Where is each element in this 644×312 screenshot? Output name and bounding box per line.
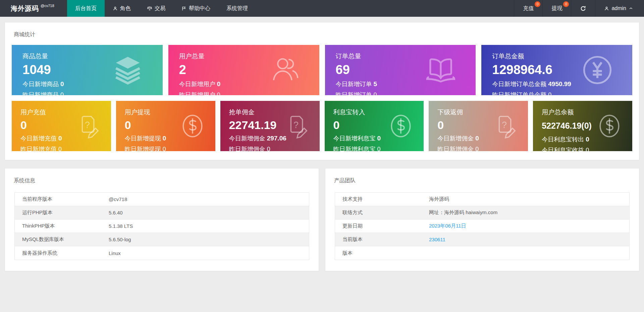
- nav-item-trade[interactable]: 交易: [139, 0, 173, 17]
- row-label: ThinkPHP版本: [15, 223, 109, 229]
- layers-icon: [110, 53, 145, 87]
- svg-text:?: ?: [502, 120, 507, 130]
- order-amount-card: 订单总金额 1298964.6 今日新增订单总金额4950.99 昨日新增订单总…: [481, 45, 632, 95]
- card-yesterday-line: 昨日新增用户0: [179, 91, 319, 95]
- row-label: 运行PHP版本: [15, 209, 109, 216]
- table-row: 技术支持 海外源码: [335, 193, 629, 206]
- row-label: 当前程序版本: [15, 196, 109, 202]
- row-label: 更新日期: [335, 223, 429, 229]
- stat-cards-row2: 用户充值 0 今日新增充值0 昨日新增充值0 ? 用户提现 0 今日新增提现0 …: [12, 101, 632, 151]
- person-icon: [113, 6, 118, 11]
- username: admin: [611, 5, 626, 11]
- system-info-table: 当前程序版本 @cv718 运行PHP版本 5.6.40 ThinkPHP版本 …: [14, 192, 309, 260]
- table-row: 更新日期 2023年06月11日: [335, 220, 629, 233]
- mall-stats-title: 商城统计: [5, 22, 639, 45]
- table-row: 当前程序版本 @cv718: [15, 193, 309, 206]
- row-label: MySQL数据库版本: [15, 236, 109, 243]
- withdraw-badge: 0: [563, 1, 569, 7]
- dollar-circle-icon: [387, 112, 415, 140]
- user-total-card: 用户总量 2 今日新增用户0 昨日新增用户0: [168, 45, 319, 95]
- withdraw-label: 提现: [551, 5, 562, 12]
- brand-name: 海外源码: [11, 4, 39, 13]
- row-value: 5.6.50-log: [109, 237, 309, 242]
- order-total-card: 订单总量 69 今日新增订单5 昨日新增订单0: [325, 45, 476, 95]
- bottom-panels: 系统信息 当前程序版本 @cv718 运行PHP版本 5.6.40 ThinkP…: [5, 168, 639, 285]
- product-team-title: 产品团队: [325, 169, 639, 191]
- book-icon: [423, 53, 458, 87]
- card-yesterday-line: 昨日新增提现0: [125, 145, 215, 151]
- doc-question-pencil-icon: ?: [283, 112, 311, 140]
- navbar-right: 充值 0 提现 0 admin: [514, 0, 644, 17]
- system-info-panel: 系统信息 当前程序版本 @cv718 运行PHP版本 5.6.40 ThinkP…: [5, 168, 319, 271]
- card-yesterday-line: 今日利息宝收益0: [542, 146, 632, 151]
- card-yesterday-line: 昨日新增佣金0: [229, 145, 320, 151]
- scales-icon: [147, 6, 152, 11]
- table-row: 运行PHP版本 5.6.40: [15, 206, 309, 220]
- row-value: Linux: [109, 250, 309, 256]
- recharge-badge: 0: [535, 1, 540, 7]
- nav-item-home[interactable]: 后台首页: [67, 0, 105, 17]
- nav-item-label: 角色: [120, 5, 131, 12]
- update-date-link[interactable]: 2023年06月11日: [429, 223, 629, 229]
- nav-item-system[interactable]: 系统管理: [218, 0, 256, 17]
- row-value: 5.1.38 LTS: [109, 223, 309, 229]
- card-yesterday-line: 昨日新增订单总金额0: [492, 91, 632, 95]
- brand-version: @cv718: [41, 4, 54, 8]
- refresh-icon: [580, 5, 586, 12]
- stat-cards: 商品总量 1049 今日新增商品0 昨日新增商品0 用户总量 2 今日新增用户0…: [5, 45, 639, 160]
- svg-text:?: ?: [85, 120, 90, 130]
- row-label: 联络方式: [335, 209, 429, 216]
- nav-item-label: 帮助中心: [189, 5, 210, 12]
- row-value: 海外源码: [429, 196, 629, 202]
- system-info-title: 系统信息: [5, 169, 319, 191]
- nav-item-role[interactable]: 角色: [105, 0, 139, 17]
- order-commission-card: 抢单佣金 22741.19 今日新增佣金297.06 昨日新增佣金0 ?: [220, 101, 320, 151]
- svg-text:?: ?: [293, 120, 299, 130]
- recharge-button[interactable]: 充值 0: [514, 0, 542, 17]
- row-value: 网址：海外源码 haiwaiym.com: [429, 209, 629, 216]
- product-team-panel: 产品团队 技术支持 海外源码 联络方式 网址：海外源码 haiwaiym.com…: [325, 168, 639, 271]
- mall-stats-panel: 商城统计 商品总量 1049 今日新增商品0 昨日新增商品0 用户总量 2 今日…: [5, 22, 639, 160]
- card-yesterday-line: 昨日新增佣金0: [437, 145, 528, 151]
- table-row: 服务器操作系统 Linux: [15, 246, 309, 260]
- sub-rebate-card: 下级返佣 0 今日新增佣金0 昨日新增佣金0 ?: [429, 101, 528, 151]
- dollar-circle-icon: [595, 112, 624, 140]
- person-icon: [604, 6, 609, 11]
- refresh-button[interactable]: [571, 0, 595, 17]
- interest-in-card: 利息宝转入 0 今日新增利息宝0 昨日新增利息宝0: [325, 101, 424, 151]
- card-yesterday-line: 昨日新增充值0: [20, 145, 111, 151]
- nav-item-label: 后台首页: [75, 5, 97, 12]
- user-withdraw-card: 用户提现 0 今日新增提现0 昨日新增提现0: [116, 101, 215, 151]
- table-row: ThinkPHP版本 5.1.38 LTS: [15, 220, 309, 233]
- user-balance-card: 用户总余额 522746.19(0) 今日利息宝转出0 今日利息宝收益0: [533, 101, 632, 151]
- row-value: 5.6.40: [109, 210, 309, 215]
- card-yesterday-line: 昨日新增利息宝0: [333, 145, 424, 151]
- brand-logo[interactable]: 海外源码 @cv718: [0, 0, 67, 17]
- nav-item-label: 交易: [155, 5, 165, 12]
- nav-item-label: 系统管理: [226, 5, 248, 12]
- current-version-link[interactable]: 230611: [429, 237, 629, 242]
- nav-item-help[interactable]: 帮助中心: [173, 0, 218, 17]
- yen-circle-icon: [580, 53, 615, 87]
- main-menu: 后台首页 角色 交易 帮助中心 系统管理: [67, 0, 256, 17]
- row-value: @cv718: [109, 196, 309, 202]
- row-label: 服务器操作系统: [15, 250, 109, 256]
- row-label: 当前版本: [335, 236, 429, 243]
- card-yesterday-line: 昨日新增商品0: [22, 91, 163, 95]
- withdraw-button[interactable]: 提现 0: [542, 0, 571, 17]
- card-yesterday-line: 昨日新增订单0: [336, 91, 476, 95]
- doc-question-pencil-icon: ?: [491, 112, 519, 140]
- stat-cards-row1: 商品总量 1049 今日新增商品0 昨日新增商品0 用户总量 2 今日新增用户0…: [12, 45, 632, 95]
- recharge-label: 充值: [523, 5, 534, 12]
- top-navbar: 海外源码 @cv718 后台首页 角色 交易 帮助中心 系统管理: [0, 0, 644, 17]
- table-row: 当前版本 230611: [335, 233, 629, 246]
- dollar-circle-icon: [178, 112, 207, 140]
- product-total-card: 商品总量 1049 今日新增商品0 昨日新增商品0: [12, 45, 163, 95]
- product-team-table: 技术支持 海外源码 联络方式 网址：海外源码 haiwaiym.com 更新日期…: [335, 192, 630, 260]
- row-label: 版本: [335, 250, 429, 256]
- table-row: 版本: [335, 246, 629, 260]
- main-content: 商城统计 商品总量 1049 今日新增商品0 昨日新增商品0 用户总量 2 今日…: [0, 17, 644, 285]
- table-row: 联络方式 网址：海外源码 haiwaiym.com: [335, 206, 629, 220]
- user-dropdown[interactable]: admin: [595, 0, 644, 17]
- users-icon: [267, 53, 302, 87]
